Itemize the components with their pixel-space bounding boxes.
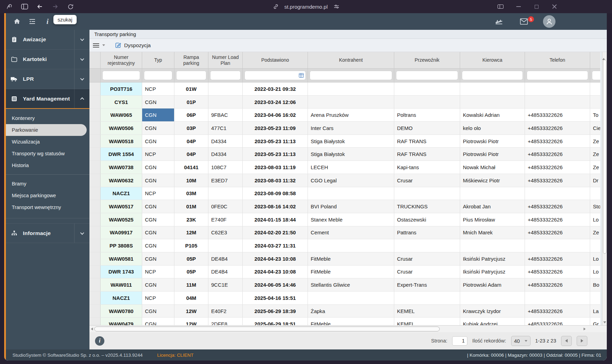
cell-date[interactable]: 2024-01-15 18:44 [243,213,308,226]
cell-reg[interactable]: WAW065 [101,109,142,121]
sidebar-item-historia[interactable]: Historia [4,159,89,171]
cell-typ[interactable]: NCP [142,292,174,304]
outdent-menu-icon[interactable] [26,16,38,27]
records-per-page-select[interactable]: 40 [511,336,531,346]
cell-kontrahent[interactable] [308,96,394,109]
cell-lp[interactable]: C62E3 [208,226,243,239]
cell-extra[interactable]: Dr [590,174,600,187]
cell-kontrahent[interactable] [308,83,394,95]
cell-tel[interactable] [525,239,590,252]
cell-tel[interactable]: +48533322626 [525,226,590,239]
cell-przewoznik[interactable]: Crusar [394,174,460,187]
cell-date[interactable]: 2025-06-29 18:39 [243,305,308,318]
cell-kierowca[interactable]: Iksiński Patrycjusz [460,252,525,265]
maximize-icon[interactable] [533,3,540,10]
cell-kontrahent[interactable]: Arena Pruszków [308,109,394,121]
cell-kontrahent[interactable]: CGO Legal [308,174,394,187]
menu-icon[interactable] [93,43,99,47]
cell-kontrahent[interactable] [308,239,394,252]
sidebar-item-awizacje[interactable]: Awizacje [4,30,89,50]
cell-tel[interactable]: +48533322626 [525,200,590,213]
prev-page-button[interactable] [561,336,572,346]
cell-typ[interactable]: CGN [142,122,174,135]
flight-departure-icon[interactable] [493,16,505,27]
cell-lp[interactable]: E3ED7 [208,174,243,187]
cell-date[interactable]: 2023-08-03 11:32 [243,174,308,187]
cell-rampa[interactable]: 04141 [174,161,208,174]
filter-input-kontrahent[interactable] [310,71,392,80]
scroll-up-icon[interactable] [602,52,605,60]
cell-rampa[interactable]: 10M [174,174,208,187]
chevron-down-icon[interactable] [74,69,89,89]
cell-przewoznik[interactable] [394,96,460,109]
cell-lp[interactable]: 2DFE8 [208,318,243,325]
filter-input-typ[interactable] [144,71,172,80]
cell-kontrahent[interactable]: Stiga Białystok [308,135,394,148]
cell-tel[interactable] [525,83,590,95]
cell-lp[interactable]: 9FBAC [208,109,243,121]
horizontal-scroll-thumb[interactable] [94,327,440,331]
column-header-tel[interactable]: Telefon [525,52,590,68]
filter-input-lp[interactable] [210,71,241,80]
tab-transporty-parking[interactable]: Transporty parking [94,32,136,37]
sidebar-item-lpr[interactable]: LPR [4,69,89,89]
cell-kierowca[interactable]: Piotrowski Piotr [460,148,525,161]
cell-typ[interactable]: CGN [142,305,174,318]
cell-handle[interactable] [89,278,101,291]
filter-input-tel[interactable] [527,71,588,80]
cell-typ[interactable]: CGN [142,161,174,174]
cell-kierowca[interactable]: Miśkiewicz Piotr [460,174,525,187]
sidebar-item-parkowanie[interactable]: Parkowanie [4,124,87,136]
cell-kierowca[interactable]: Nowak Michał [460,161,525,174]
cell-przewoznik[interactable]: KEMEL [394,318,460,325]
cell-tel[interactable]: +48533322626 [525,109,590,121]
cell-kontrahent[interactable] [308,292,394,304]
cell-date[interactable]: 2023-03-24 12:06 [243,96,308,109]
cell-typ[interactable]: NCP [142,266,174,278]
scroll-right-icon[interactable] [584,328,586,330]
cell-handle[interactable] [89,187,101,200]
cell-tel[interactable]: +48533322626 [525,305,590,318]
user-avatar[interactable] [543,15,555,28]
cell-handle[interactable] [89,174,101,187]
cell-reg[interactable]: WAW0525 [101,213,142,226]
column-header-reg[interactable]: Numer rejestracyjny [101,52,142,68]
filter-input-extra[interactable] [592,71,600,80]
cell-typ[interactable]: NCP [142,187,174,200]
cell-date[interactable]: 2025-04-16 15:51 [243,292,308,304]
cell-przewoznik[interactable]: RAF TRANS [394,148,460,161]
cell-typ[interactable]: CGN [142,109,174,121]
cell-lp[interactable]: 108C7 [208,161,243,174]
cell-kierowca[interactable]: Kubiak Andrzej [460,318,525,325]
cell-przewoznik[interactable]: Pattrans [394,226,460,239]
cell-kontrahent[interactable]: Stanex Meble [308,213,394,226]
cell-kontrahent[interactable]: Żapka [308,305,394,318]
cell-lp[interactable] [208,292,243,304]
column-header-extra[interactable] [590,52,600,68]
cell-reg[interactable]: NACZ1 [101,187,142,200]
cell-date[interactable]: 2022-03-21 09:32 [243,83,308,95]
messages-icon[interactable]: 5 [518,16,530,27]
cell-reg[interactable]: WAW0632 [101,174,142,187]
vertical-scrollbar[interactable] [602,52,607,325]
filter-input-rampa[interactable] [176,71,206,80]
cell-kierowca[interactable] [460,239,525,252]
cell-przewoznik[interactable]: Poltrans [394,109,460,121]
cell-rampa[interactable]: 12W [174,305,208,318]
close-icon[interactable] [551,3,558,10]
cell-handle[interactable] [89,83,101,95]
cell-reg[interactable]: WAW0517 [101,200,142,213]
cell-tel[interactable]: +48533322626 [525,122,590,135]
cell-reg[interactable]: WAW0506 [101,122,142,135]
cell-kontrahent[interactable]: Stiga Białystok [308,148,394,161]
cell-lp[interactable]: 0FE0C [208,200,243,213]
cell-extra[interactable] [590,239,600,252]
cell-extra[interactable]: To [590,109,600,121]
cell-reg[interactable]: DWR 1743 [101,266,142,278]
cell-handle[interactable] [89,122,101,135]
cell-tel[interactable]: +48533322626 [525,148,590,161]
cell-kierowca[interactable] [460,96,525,109]
cell-rampa[interactable]: 23K [174,213,208,226]
cell-typ[interactable]: CGN [142,226,174,239]
cell-handle[interactable] [89,213,101,226]
